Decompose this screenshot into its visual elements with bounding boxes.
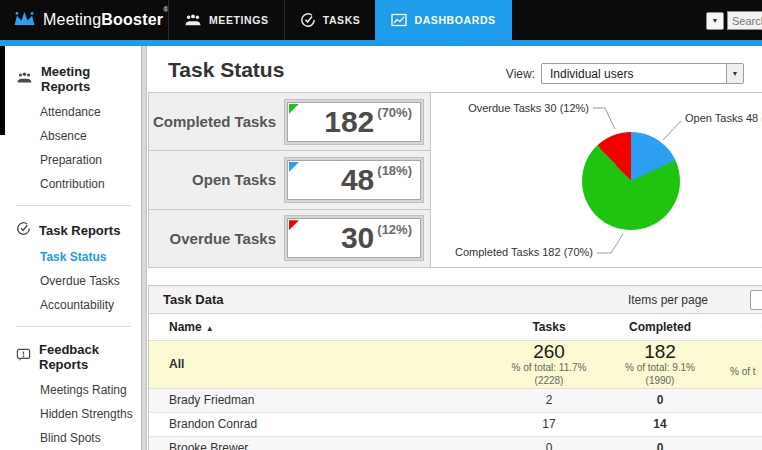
sort-asc-icon: ▲ (206, 324, 214, 333)
tab-tasks[interactable]: TASKS (284, 0, 377, 40)
table-header-row: Name▲ Tasks Completed Overdue (149, 314, 762, 340)
window-edge-artifact (0, 46, 5, 135)
stat-label: Completed Tasks (149, 113, 284, 130)
stat-percent: (12%) (377, 222, 412, 237)
stat-box-overdue: 30 (12%) (284, 215, 424, 261)
sidebar-item-hidden-strengths[interactable]: Hidden Strengths (0, 402, 141, 426)
sidebar-item-task-status[interactable]: Task Status (0, 245, 141, 269)
pie-callout-open: Open Tasks 48 (18%) (685, 112, 762, 124)
pie-callout-completed: Completed Tasks 182 (70%) (432, 246, 593, 258)
row-name: Brandon Conrad (149, 412, 494, 436)
search-scope-dropdown[interactable]: ▼ (706, 12, 724, 30)
table-row[interactable]: Brady Friedman 2 0 (149, 388, 762, 412)
row-completed: 0 (604, 388, 716, 412)
sidebar-item-overdue-tasks[interactable]: Overdue Tasks (0, 269, 141, 293)
panel-title: Task Data (163, 292, 223, 307)
stat-box-completed: 182 (70%) (284, 99, 424, 145)
sidebar-section-feedback-reports[interactable]: Feedback Reports (0, 336, 141, 378)
stat-value: 30 (341, 223, 374, 253)
row-overdue (716, 436, 762, 450)
row-tasks: 17 (494, 412, 604, 436)
sidebar-item-attendance[interactable]: Attendance (0, 100, 141, 124)
row-name: Brooke Brewer (149, 436, 494, 450)
items-per-page-label: Items per page (628, 286, 708, 314)
caret-down-icon: ▼ (726, 64, 743, 83)
tab-meetings[interactable]: MEETINGS (168, 0, 285, 40)
crown-logo-icon (12, 10, 37, 31)
section-title: Feedback Reports (39, 342, 137, 372)
tab-label: DASHBOARDS (414, 14, 495, 26)
stat-row-overdue: Overdue Tasks 30 (12%) (149, 210, 430, 267)
sidebar-item-accountability[interactable]: Accountability (0, 293, 141, 317)
column-header-name[interactable]: Name▲ (149, 314, 494, 340)
sidebar-divider (16, 205, 131, 206)
sidebar-item-blind-spots[interactable]: Blind Spots (0, 426, 141, 450)
line-chart-icon (391, 13, 407, 27)
row-overdue (716, 412, 762, 436)
nav-tabs: MEETINGS TASKS DASHBOARDS (168, 0, 511, 40)
pie-chart-area: Overdue Tasks 30 (12%) Open Tasks 48 (18… (432, 94, 762, 266)
stat-row-completed: Completed Tasks 182 (70%) (149, 93, 430, 151)
section-title: Meeting Reports (41, 64, 137, 94)
column-header-tasks[interactable]: Tasks (494, 314, 604, 340)
stat-value: 48 (341, 165, 374, 195)
tab-label: MEETINGS (209, 14, 269, 26)
stat-row-open: Open Tasks 48 (18%) (149, 151, 430, 209)
task-summary-panel: Completed Tasks 182 (70%) Open Tasks 48 … (148, 92, 762, 268)
table-row[interactable]: Brooke Brewer 0 0 (149, 436, 762, 450)
stat-percent: (18%) (377, 163, 412, 178)
row-completed: 14 (604, 412, 716, 436)
people-icon (184, 14, 202, 27)
pie-callout-overdue: Overdue Tasks 30 (12%) (432, 102, 589, 114)
items-per-page-select[interactable] (750, 290, 762, 310)
check-circle-icon (300, 12, 316, 28)
view-label: View: (506, 67, 535, 81)
tab-label: TASKS (323, 14, 361, 26)
stat-value: 182 (324, 107, 374, 137)
task-data-panel: Task Data Items per page Name▲ Tasks Com… (148, 285, 762, 450)
column-header-completed[interactable]: Completed (604, 314, 716, 340)
sidebar-item-absence[interactable]: Absence (0, 124, 141, 148)
sidebar-item-preparation[interactable]: Preparation (0, 148, 141, 172)
row-tasks: 0 (494, 436, 604, 450)
overdue-corner-flag (289, 220, 299, 230)
summary-overdue-cell: % of t (716, 340, 762, 388)
row-overdue (716, 388, 762, 412)
brand-logo[interactable]: MeetingBooster® (12, 0, 169, 40)
tab-dashboards[interactable]: DASHBOARDS (375, 0, 511, 40)
view-select-value: Individual users (542, 67, 726, 81)
task-data-header: Task Data Items per page (149, 286, 762, 314)
summary-completed-cell: 182 % of total: 9.1% (1990) (604, 340, 716, 388)
completed-corner-flag (289, 104, 299, 114)
section-title: Task Reports (39, 223, 120, 238)
page-title: Task Status (168, 58, 284, 82)
view-select[interactable]: Individual users ▼ (541, 63, 744, 84)
row-tasks: 2 (494, 388, 604, 412)
sidebar-section-meeting-reports[interactable]: Meeting Reports (0, 58, 141, 100)
row-completed: 0 (604, 436, 716, 450)
sidebar-divider (16, 326, 131, 327)
pie-chart[interactable] (582, 132, 680, 230)
sidebar: Meeting Reports Attendance Absence Prepa… (0, 46, 141, 450)
row-name: Brady Friedman (149, 388, 494, 412)
stat-label: Open Tasks (149, 171, 284, 188)
table-row[interactable]: Brandon Conrad 17 14 (149, 412, 762, 436)
stat-percent: (70%) (377, 105, 412, 120)
column-header-overdue[interactable]: Overdue (716, 314, 762, 340)
summary-name: All (149, 340, 494, 388)
open-corner-flag (289, 162, 299, 172)
task-data-table: Name▲ Tasks Completed Overdue All 260 % … (149, 314, 762, 450)
people-icon (16, 72, 33, 87)
search-input[interactable] (727, 11, 762, 30)
sidebar-item-contribution[interactable]: Contribution (0, 172, 141, 196)
check-circle-icon (16, 221, 31, 239)
stats-column: Completed Tasks 182 (70%) Open Tasks 48 … (149, 93, 431, 267)
sidebar-section-task-reports[interactable]: Task Reports (0, 215, 141, 245)
sidebar-item-meetings-rating[interactable]: Meetings Rating (0, 378, 141, 402)
table-summary-row-all[interactable]: All 260 % of total: 11.7% (2228) 182 % o… (149, 340, 762, 388)
feedback-bubble-icon (16, 348, 31, 366)
stat-box-open: 48 (18%) (284, 157, 424, 203)
summary-tasks-cell: 260 % of total: 11.7% (2228) (494, 340, 604, 388)
stat-label: Overdue Tasks (149, 230, 284, 247)
caret-down-icon: ▼ (712, 17, 719, 24)
